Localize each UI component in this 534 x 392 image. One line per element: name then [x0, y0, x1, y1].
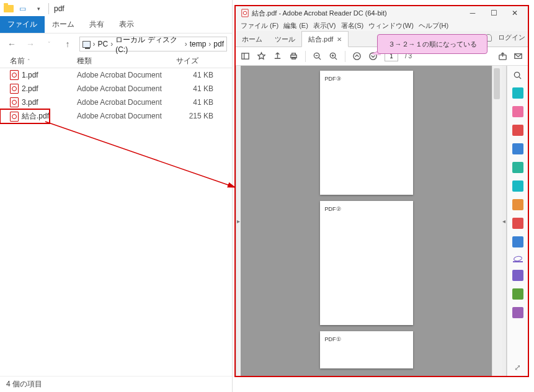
tools-pane-handle[interactable]: ◂: [502, 66, 507, 376]
nav-bar: ← → ˅ ↑ › PC › ローカル ディスク (C:) › temp › p…: [0, 33, 232, 55]
separator: [48, 3, 49, 14]
login-link[interactable]: ログイン: [498, 33, 525, 42]
nav-recent-dropdown[interactable]: ˅: [42, 41, 56, 47]
pdf-page: PDF②: [320, 201, 413, 325]
pdf-icon: [10, 97, 19, 107]
tool-options-icon[interactable]: ⤢: [514, 363, 521, 372]
tool-sign-icon[interactable]: [512, 270, 523, 281]
tab-tools[interactable]: ツール: [269, 32, 301, 47]
breadcrumb-item[interactable]: PC: [98, 40, 109, 48]
scrollbar[interactable]: [492, 66, 502, 376]
page-up-icon[interactable]: [352, 51, 362, 61]
file-row-highlighted[interactable]: 結合.pdf: [0, 109, 50, 123]
file-list: 1.pdf Adobe Acrobat Document 41 KB 2.pdf…: [0, 68, 232, 122]
svg-point-19: [514, 72, 519, 77]
acrobat-body: ▸ PDF③ PDF② PDF① ◂ ⤢: [236, 66, 528, 376]
tool-organize-icon[interactable]: [512, 180, 523, 192]
quick-access-bar: ▭ ▾: [4, 2, 46, 16]
tool-sendreview-icon[interactable]: [512, 288, 523, 300]
col-size[interactable]: サイズ: [176, 56, 232, 66]
send-icon[interactable]: [273, 51, 282, 61]
menu-help[interactable]: ヘルプ(H): [419, 21, 448, 30]
menu-sign[interactable]: 署名(S): [341, 21, 364, 30]
separator: [345, 51, 345, 62]
qat-item[interactable]: ▭: [15, 2, 30, 16]
ribbon-tabs: ファイル ホーム 共有 表示: [0, 17, 232, 33]
print-icon[interactable]: [289, 51, 298, 61]
breadcrumb[interactable]: › PC › ローカル ディスク (C:) › temp › pdf: [79, 37, 227, 51]
svg-line-20: [519, 77, 521, 79]
breadcrumb-item[interactable]: temp: [190, 40, 207, 48]
acrobat-title: 結合.pdf - Adobe Acrobat Reader DC (64-bit…: [252, 9, 387, 18]
pdf-icon: [10, 84, 19, 94]
tab-home[interactable]: ホーム: [45, 16, 82, 33]
col-name[interactable]: 名前˄: [10, 56, 77, 66]
zoom-in-icon[interactable]: [329, 51, 338, 61]
tool-combine-icon[interactable]: [512, 162, 523, 173]
tab-file[interactable]: ファイル: [0, 16, 45, 33]
tool-comment-icon[interactable]: [512, 143, 523, 154]
acrobat-menubar: ファイル (F) 編集 (E) 表示(V) 署名(S) ウィンドウ(W) ヘルプ…: [236, 20, 528, 31]
nav-up[interactable]: ↑: [61, 39, 74, 49]
tool-export-icon[interactable]: [512, 87, 523, 99]
chevron-right-icon: ›: [110, 40, 113, 48]
mail-icon[interactable]: [514, 51, 523, 61]
tab-share[interactable]: 共有: [82, 16, 112, 33]
tool-compress-icon[interactable]: [512, 199, 523, 210]
status-bar: 4 個の項目: [0, 376, 232, 392]
tool-redact-icon[interactable]: [512, 218, 523, 229]
chevron-right-icon: ›: [208, 40, 211, 48]
separator: [305, 51, 306, 62]
close-tab-icon[interactable]: ✕: [337, 36, 342, 43]
svg-point-15: [354, 53, 360, 60]
tool-fillsign-icon[interactable]: [513, 255, 523, 262]
tools-sidebar: ⤢: [507, 66, 528, 376]
tool-more-icon[interactable]: [512, 307, 523, 318]
sidebar-toggle-icon[interactable]: [241, 51, 250, 61]
file-row[interactable]: 1.pdf Adobe Acrobat Document 41 KB: [0, 68, 232, 82]
pdf-icon: [241, 9, 248, 17]
tab-home[interactable]: ホーム: [236, 32, 269, 47]
svg-line-9: [319, 58, 321, 60]
pdf-icon: [10, 70, 19, 80]
pdf-icon: [10, 112, 19, 122]
file-row[interactable]: 2.pdf Adobe Acrobat Document 41 KB: [0, 82, 232, 96]
column-headers: 名前˄ 種類 サイズ: [0, 55, 232, 68]
tab-document[interactable]: 結合.pdf✕: [301, 31, 349, 47]
chevron-right-icon: ›: [93, 40, 96, 48]
tool-edit-icon[interactable]: [512, 106, 523, 117]
acrobat-window: 結合.pdf - Adobe Acrobat Reader DC (64-bit…: [234, 5, 529, 377]
star-icon[interactable]: [257, 51, 266, 61]
file-row[interactable]: 3.pdf Adobe Acrobat Document 41 KB: [0, 96, 232, 109]
col-type[interactable]: 種類: [77, 56, 176, 66]
svg-rect-6: [292, 53, 296, 55]
qat-dropdown[interactable]: ▾: [31, 2, 46, 16]
chevron-right-icon: ›: [185, 40, 187, 48]
nav-pane-handle[interactable]: ▸: [236, 66, 241, 376]
tool-protect-icon[interactable]: [512, 236, 523, 247]
menu-file[interactable]: ファイル (F): [241, 21, 278, 30]
document-viewport[interactable]: PDF③ PDF② PDF①: [241, 66, 492, 376]
menu-view[interactable]: 表示(V): [313, 21, 336, 30]
svg-rect-3: [242, 53, 249, 59]
tab-view[interactable]: 表示: [112, 16, 141, 33]
svg-line-12: [335, 58, 337, 60]
annotation-callout: ３→２→１の順になっている: [377, 34, 487, 54]
breadcrumb-item[interactable]: ローカル ディスク (C:): [115, 35, 182, 54]
menu-window[interactable]: ウィンドウ(W): [368, 21, 414, 30]
tool-create-icon[interactable]: [512, 125, 523, 136]
nav-forward[interactable]: →: [24, 39, 37, 49]
menu-edit[interactable]: 編集 (E): [283, 21, 308, 30]
close-button[interactable]: ✕: [504, 9, 525, 17]
nav-back[interactable]: ←: [5, 39, 19, 49]
folder-icon: [4, 5, 14, 12]
pdf-page: PDF③: [320, 71, 413, 195]
maximize-button[interactable]: ☐: [483, 9, 504, 17]
breadcrumb-item[interactable]: pdf: [213, 40, 224, 48]
explorer-titlebar: ▭ ▾ pdf: [0, 0, 232, 17]
zoom-out-icon[interactable]: [313, 51, 322, 61]
search-icon[interactable]: [513, 71, 522, 80]
minimize-button[interactable]: ─: [462, 9, 483, 17]
pc-icon: [82, 41, 91, 48]
share-icon[interactable]: [498, 51, 507, 61]
